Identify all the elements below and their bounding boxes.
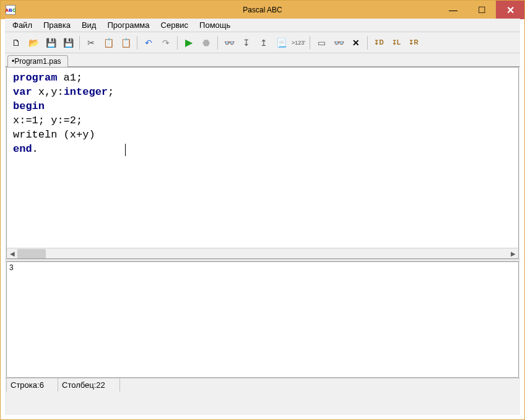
status-line-cell: Строка: 6	[6, 378, 58, 392]
debug-r-icon: ↧R	[409, 39, 418, 46]
code-text: x:=1; y:=2;	[13, 115, 82, 126]
maximize-button[interactable]: ☐	[467, 1, 496, 19]
status-col-label: Столбец:	[62, 380, 96, 390]
toolbar-separator	[217, 36, 218, 50]
clear-icon: ✕	[352, 38, 360, 48]
code-text: .	[32, 143, 38, 155]
save-button[interactable]: 💾	[43, 35, 58, 50]
text-cursor	[125, 144, 126, 156]
toolbar-separator	[177, 36, 178, 50]
window-controls: — ☐ ✕	[439, 1, 524, 19]
toolbar: 🗋 📂 💾 💾 ✂ 📋 📋 ↶ ↷ ▶ ⬣ 👓 ↧ ↥ 📃 >123' ▭ 👓 …	[5, 32, 520, 53]
redo-icon: ↷	[162, 38, 170, 48]
debug-l-icon: ↧L	[392, 39, 401, 46]
status-line-label: Строка:	[11, 380, 40, 390]
evaluate-button[interactable]: 📃	[274, 35, 289, 50]
scroll-track[interactable]	[17, 248, 508, 258]
open-file-icon: 📂	[28, 38, 39, 48]
watch-window-icon: 👓	[334, 38, 344, 48]
scroll-right-icon[interactable]: ▶	[508, 248, 518, 259]
paste-button[interactable]: 📋	[118, 35, 133, 50]
menu-help[interactable]: Помощь	[194, 19, 235, 31]
cut-icon: ✂	[87, 38, 95, 48]
debug-d-icon: ↧D	[374, 39, 383, 46]
status-col-value: 22	[96, 380, 105, 390]
status-bar: Строка: 6 Столбец: 22	[5, 378, 520, 392]
run-icon: ▶	[185, 37, 193, 48]
evaluate-icon: 📃	[276, 38, 287, 48]
menu-view[interactable]: Вид	[77, 19, 102, 31]
code-keyword: program	[13, 72, 57, 84]
stop-icon: ⬣	[202, 38, 210, 48]
step-out-icon: ↥	[260, 38, 267, 48]
open-file-button[interactable]: 📂	[26, 35, 41, 50]
stop-button[interactable]: ⬣	[199, 35, 214, 50]
step-out-button[interactable]: ↥	[256, 35, 271, 50]
variable-watch-icon: >123'	[292, 40, 305, 46]
client-area: Файл Правка Вид Программа Сервис Помощь …	[5, 19, 520, 415]
code-keyword: end	[13, 143, 32, 155]
code-text: writeln (x+y)	[13, 129, 95, 141]
debug-r-button[interactable]: ↧R	[406, 35, 421, 50]
copy-icon: 📋	[103, 38, 114, 48]
code-keyword: var	[13, 86, 32, 98]
step-over-icon: 👓	[224, 38, 235, 48]
menu-program[interactable]: Программа	[102, 19, 154, 31]
tab-bar: •Program1.pas	[5, 53, 520, 67]
horizontal-scrollbar[interactable]: ◀ ▶	[7, 248, 518, 258]
debug-d-button[interactable]: ↧D	[371, 35, 386, 50]
status-column-cell: Столбец: 22	[58, 378, 120, 392]
toolbar-separator	[79, 36, 80, 50]
run-button[interactable]: ▶	[181, 35, 196, 50]
code-type: integer	[64, 86, 108, 98]
code-text: ;	[108, 86, 114, 98]
step-into-icon: ↧	[243, 38, 250, 48]
undo-icon: ↶	[145, 38, 152, 48]
toolbar-separator	[367, 36, 368, 50]
code-keyword: begin	[13, 100, 45, 112]
debug-l-button[interactable]: ↧L	[389, 35, 404, 50]
menu-edit[interactable]: Правка	[38, 19, 76, 31]
scroll-thumb[interactable]	[17, 249, 46, 258]
minimize-button[interactable]: —	[439, 1, 467, 19]
status-line-value: 6	[40, 380, 44, 390]
save-all-button[interactable]: 💾	[61, 35, 76, 50]
code-text: x,y:	[32, 86, 64, 98]
redo-button[interactable]: ↷	[158, 35, 173, 50]
code-text: a1;	[57, 72, 82, 84]
code-editor[interactable]: program a1; var x,y:integer; begin x:=1;…	[7, 68, 518, 248]
editor-panel: program a1; var x,y:integer; begin x:=1;…	[6, 67, 519, 259]
watch-window-button[interactable]: 👓	[331, 35, 346, 50]
menu-bar: Файл Правка Вид Программа Сервис Помощь	[5, 19, 520, 32]
show-output-button[interactable]: ▭	[314, 35, 329, 50]
toolbar-separator	[137, 36, 137, 50]
step-over-button[interactable]: 👓	[222, 35, 236, 50]
scroll-left-icon[interactable]: ◀	[7, 248, 17, 259]
clear-button[interactable]: ✕	[349, 35, 363, 50]
cut-button[interactable]: ✂	[84, 35, 98, 50]
title-bar: ABC Pascal ABC — ☐ ✕	[1, 1, 524, 19]
app-icon-c: C	[12, 7, 16, 13]
toolbar-separator	[310, 36, 310, 50]
step-into-button[interactable]: ↧	[239, 35, 254, 50]
copy-button[interactable]: 📋	[101, 35, 116, 50]
show-output-icon: ▭	[318, 38, 326, 48]
save-icon: 💾	[46, 38, 56, 48]
menu-file[interactable]: Файл	[7, 19, 37, 31]
output-panel[interactable]: 3	[6, 261, 519, 378]
variable-watch-button[interactable]: >123'	[291, 35, 306, 50]
app-icon: ABC	[6, 5, 15, 15]
close-button[interactable]: ✕	[496, 1, 524, 19]
undo-button[interactable]: ↶	[141, 35, 156, 50]
new-file-icon: 🗋	[12, 38, 20, 48]
output-text: 3	[9, 263, 14, 272]
save-all-icon: 💾	[63, 38, 74, 48]
paste-icon: 📋	[121, 38, 131, 48]
new-file-button[interactable]: 🗋	[9, 35, 24, 50]
tab-program1[interactable]: •Program1.pas	[7, 55, 68, 67]
menu-service[interactable]: Сервис	[156, 19, 194, 31]
